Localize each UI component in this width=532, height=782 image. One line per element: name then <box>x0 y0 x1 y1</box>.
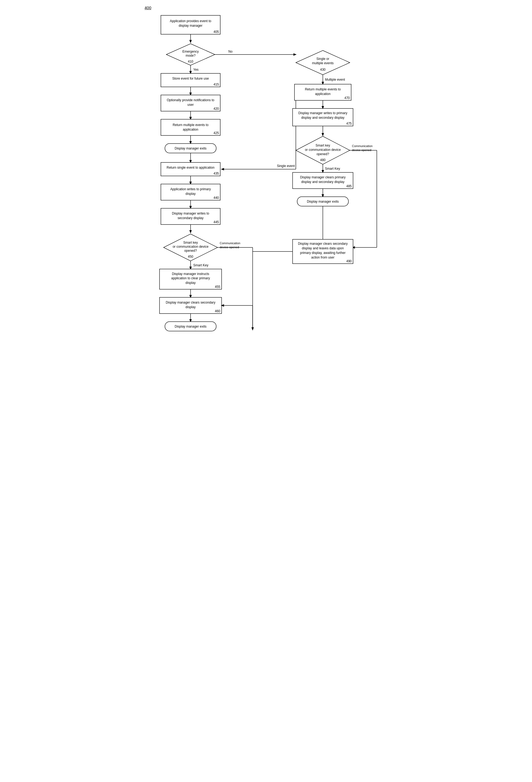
svg-text:action from user: action from user <box>311 255 334 259</box>
svg-text:Yes: Yes <box>193 68 199 72</box>
svg-text:490: 490 <box>346 259 351 263</box>
svg-text:opened?: opened? <box>184 249 197 253</box>
svg-text:Display manager instructs: Display manager instructs <box>172 272 209 276</box>
svg-text:application to clear primary: application to clear primary <box>171 276 210 280</box>
svg-text:Communication: Communication <box>352 144 373 148</box>
svg-text:430: 430 <box>320 68 325 72</box>
svg-text:405: 405 <box>213 30 219 34</box>
svg-text:No: No <box>228 50 233 54</box>
svg-text:Multiple event: Multiple event <box>325 78 345 81</box>
svg-text:display and secondary display: display and secondary display <box>301 116 344 119</box>
svg-text:or communication device: or communication device <box>173 245 208 249</box>
svg-text:Optionally provide notificatio: Optionally provide notifications to <box>167 98 214 102</box>
svg-text:multiple events: multiple events <box>312 61 333 65</box>
diagram-container: 400 Application provides event to displa… <box>145 5 388 390</box>
svg-text:Display manager writes to: Display manager writes to <box>172 212 209 215</box>
svg-text:display and secondary display: display and secondary display <box>301 180 344 184</box>
svg-text:Display manager clears seconda: Display manager clears secondary <box>166 300 215 305</box>
svg-text:Smart Key: Smart Key <box>193 263 208 267</box>
svg-text:primary display, awaiting furt: primary display, awaiting further <box>300 251 346 255</box>
svg-text:secondary display: secondary display <box>177 216 203 220</box>
svg-text:Smart Key: Smart Key <box>325 167 340 171</box>
svg-text:Display manager clears primary: Display manager clears primary <box>300 175 346 179</box>
svg-text:display: display <box>185 305 196 309</box>
svg-text:display manager: display manager <box>178 24 202 28</box>
svg-text:Smart key: Smart key <box>315 144 330 147</box>
svg-text:445: 445 <box>213 220 219 224</box>
svg-text:485: 485 <box>346 184 351 188</box>
svg-text:460: 460 <box>215 309 220 313</box>
svg-text:Communication: Communication <box>220 242 240 245</box>
svg-text:user: user <box>187 103 193 107</box>
svg-text:Smart key: Smart key <box>183 241 198 245</box>
svg-text:Display manager exits: Display manager exits <box>174 146 206 150</box>
svg-text:450: 450 <box>187 255 193 258</box>
svg-text:Return multiple events to: Return multiple events to <box>173 123 208 127</box>
svg-text:Store event for future use: Store event for future use <box>172 77 209 80</box>
svg-text:Emergency: Emergency <box>182 50 199 54</box>
svg-text:455: 455 <box>215 285 220 289</box>
svg-text:Return multiple events to: Return multiple events to <box>305 87 341 91</box>
svg-text:440: 440 <box>213 196 219 200</box>
svg-text:display and leaves data upon: display and leaves data upon <box>302 246 344 250</box>
svg-text:opened?: opened? <box>316 152 329 156</box>
svg-text:application: application <box>315 92 330 96</box>
svg-text:Application writes to primary: Application writes to primary <box>170 187 211 191</box>
node-405-text: Application provides event to <box>170 19 211 23</box>
svg-text:425: 425 <box>213 131 219 135</box>
svg-text:480: 480 <box>320 158 325 162</box>
svg-text:420: 420 <box>213 107 219 111</box>
svg-text:device opened: device opened <box>352 148 371 152</box>
svg-text:or communication device: or communication device <box>305 148 341 152</box>
svg-text:display: display <box>185 281 196 285</box>
svg-text:470: 470 <box>344 96 350 100</box>
svg-text:Display manager exits: Display manager exits <box>174 325 206 328</box>
svg-text:Display manager writes to prim: Display manager writes to primary <box>298 111 347 115</box>
svg-text:device opened: device opened <box>220 246 239 249</box>
svg-text:Display manager clears seconda: Display manager clears secondary <box>298 242 347 246</box>
svg-text:435: 435 <box>213 172 219 175</box>
flowchart-svg: Application provides event to display ma… <box>145 13 388 390</box>
svg-text:Single event: Single event <box>277 164 295 168</box>
svg-text:475: 475 <box>346 122 351 126</box>
svg-text:415: 415 <box>213 82 219 86</box>
svg-text:Display manager exits: Display manager exits <box>307 200 339 204</box>
diagram-title: 400 <box>145 5 388 10</box>
svg-text:application: application <box>183 128 198 132</box>
svg-text:display: display <box>185 192 196 196</box>
svg-text:Single or: Single or <box>316 57 329 61</box>
svg-text:410: 410 <box>187 60 193 63</box>
svg-rect-20 <box>161 119 220 136</box>
svg-text:Return single event to applica: Return single event to application <box>167 166 214 170</box>
svg-text:mode?: mode? <box>185 54 196 58</box>
